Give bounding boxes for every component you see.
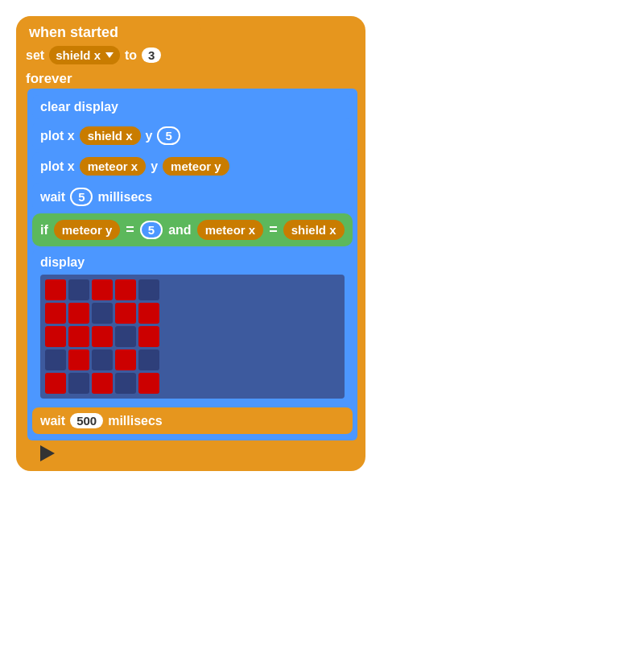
plot2-x-label: plot x: [40, 159, 75, 174]
play-arrow-icon[interactable]: [40, 445, 55, 461]
if-block: if meteor y = 5 and meteor x = shield x: [32, 213, 353, 246]
if-condition2: meteor x: [197, 220, 264, 240]
pixel-cell: [68, 303, 89, 324]
pixel-cell: [68, 373, 89, 394]
if-condition1: meteor y: [54, 220, 121, 240]
when-started-label: when started: [29, 24, 118, 40]
pixel-cell: [115, 303, 136, 324]
pixel-cell: [92, 349, 113, 370]
wait1-block: wait 5 millisecs: [32, 183, 353, 211]
wait1-label: wait: [40, 190, 65, 205]
if-meteor-x2: meteor x: [205, 223, 256, 237]
plot1-y-label: y: [146, 129, 153, 143]
pixel-cell: [45, 373, 66, 394]
pixel-cell: [115, 326, 136, 347]
and-label: and: [168, 223, 191, 238]
if-meteor-y: meteor y: [62, 223, 113, 237]
set-var-pill[interactable]: shield x: [49, 46, 120, 64]
set-val-pill: 3: [142, 48, 161, 63]
pixel-cell: [115, 349, 136, 370]
pixel-cell: [92, 279, 113, 300]
set-val: 3: [148, 48, 155, 62]
pixel-cell: [138, 326, 159, 347]
meteor-y-pill: meteor y: [163, 157, 229, 176]
pixel-cell: [92, 373, 113, 394]
pixel-cell: [92, 303, 113, 324]
meteor-x-label: meteor x: [88, 159, 138, 173]
pixel-cell: [115, 373, 136, 394]
dropdown-arrow-icon: [105, 52, 114, 58]
pixel-cell: [68, 349, 89, 370]
plot1-y-val: 5: [157, 126, 180, 145]
eq1-label: =: [126, 221, 134, 238]
plot-meteor-block: plot x meteor x y meteor y: [32, 152, 353, 180]
pixel-cell: [92, 326, 113, 347]
pixel-cell: [45, 326, 66, 347]
set-label: set: [26, 48, 44, 63]
meteor-y-label: meteor y: [171, 159, 221, 173]
pixel-cell: [68, 326, 89, 347]
pixel-cell: [115, 279, 136, 300]
if-five: 5: [140, 221, 163, 239]
scratch-container: when started set shield x to 3 forever c…: [0, 0, 644, 649]
plot2-y-label: y: [151, 159, 158, 174]
pixel-cell: [138, 373, 159, 394]
plot-shield-block: plot x shield x y 5: [32, 122, 353, 150]
shield-x-label: shield x: [88, 129, 133, 143]
wait2-ms: millisecs: [108, 414, 163, 428]
meteor-x-pill: meteor x: [80, 157, 147, 176]
pixel-cell: [68, 279, 89, 300]
eq2-label: =: [269, 221, 278, 238]
pixel-cell: [138, 349, 159, 370]
if-shield-x2-label: shield x: [291, 223, 336, 237]
if-shield-x2: shield x: [283, 220, 345, 240]
pixel-cell: [138, 279, 159, 300]
to-label: to: [125, 48, 137, 63]
pixel-cell: [138, 303, 159, 324]
wait2-block: wait 500 millisecs: [32, 407, 353, 434]
clear-display-label: clear display: [40, 100, 118, 114]
pixel-cell: [45, 349, 66, 370]
display-block: display: [32, 249, 353, 405]
pixel-grid: [40, 275, 345, 399]
forever-label: forever: [26, 71, 72, 86]
pixel-cell: [45, 303, 66, 324]
wait1-ms: millisecs: [97, 190, 152, 205]
wait1-val: 5: [70, 188, 93, 206]
clear-display-block: clear display: [32, 95, 353, 119]
if-label: if: [40, 223, 48, 238]
wait2-val: 500: [70, 413, 103, 428]
plot1-x-label: plot x: [40, 129, 75, 143]
shield-x-pill: shield x: [80, 126, 141, 145]
pixel-cell: [45, 279, 66, 300]
display-label: display: [40, 255, 345, 270]
wait2-label: wait: [40, 414, 65, 428]
set-var-label: shield x: [56, 48, 101, 62]
